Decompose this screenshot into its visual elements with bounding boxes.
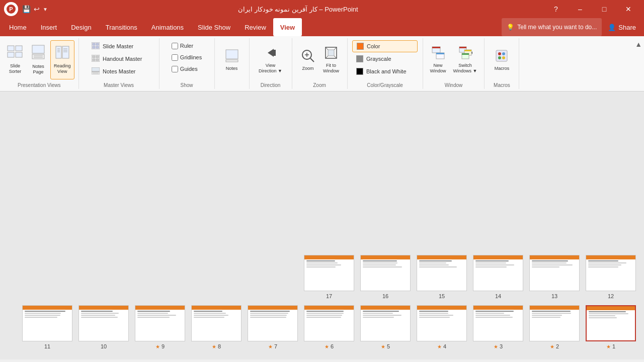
reading-view-button[interactable]: ReadingView bbox=[50, 40, 74, 79]
slide-thumb-13[interactable]: 13 bbox=[529, 255, 580, 299]
slide-label-5: ★5 bbox=[381, 343, 390, 349]
fit-to-window-button[interactable]: Fit toWindow bbox=[320, 40, 342, 79]
menu-slideshow[interactable]: Slide Show bbox=[191, 18, 237, 36]
notes-group: Notes bbox=[215, 38, 250, 89]
master-views-group: Slide Master Handout Master bbox=[79, 38, 159, 89]
undo-icon[interactable]: ↩ bbox=[34, 5, 40, 13]
handout-master-button[interactable]: Handout Master bbox=[89, 53, 149, 65]
dropdown-icon[interactable]: ▼ bbox=[43, 7, 48, 12]
slide-thumb-8[interactable]: ★8 bbox=[191, 305, 242, 349]
slide-thumb-5[interactable]: ★5 bbox=[360, 305, 411, 349]
ribbon: SlideSorter NotesPage bbox=[0, 36, 644, 92]
svg-rect-27 bbox=[96, 59, 99, 61]
color-swatch bbox=[357, 43, 364, 50]
svg-rect-22 bbox=[96, 46, 99, 48]
fit-to-window-label: Fit toWindow bbox=[323, 63, 339, 74]
svg-rect-19 bbox=[93, 43, 95, 45]
slide-label-17: 17 bbox=[326, 293, 332, 299]
share-button[interactable]: 👤 Share bbox=[602, 18, 642, 36]
slide-thumb-16[interactable]: 16 bbox=[360, 255, 411, 299]
slide-thumb-1[interactable]: ★1 bbox=[586, 305, 636, 349]
share-icon: 👤 bbox=[608, 24, 616, 31]
menu-bar: Home Insert Design Transitions Animation… bbox=[0, 18, 644, 36]
view-direction-button[interactable]: ViewDirection ▼ bbox=[254, 40, 288, 79]
quick-access-toolbar: 💾 ↩ ▼ bbox=[22, 5, 48, 13]
slide-thumb-6[interactable]: ★6 bbox=[304, 305, 354, 349]
zoom-row: Zoom Fit toWindow bbox=[297, 40, 342, 87]
svg-rect-35 bbox=[274, 50, 276, 56]
window-title: کار آفرین نمونه خودکار ایران – PowerPoin… bbox=[52, 6, 544, 13]
slide-image-9 bbox=[135, 305, 185, 341]
macros-icon bbox=[495, 49, 509, 64]
app-logo: P bbox=[4, 2, 18, 16]
svg-rect-41 bbox=[328, 50, 334, 56]
macros-group: Macros Macros bbox=[485, 38, 519, 89]
guides-checkbox[interactable] bbox=[172, 66, 178, 72]
svg-rect-51 bbox=[459, 47, 466, 48]
close-button[interactable]: ✕ bbox=[617, 0, 640, 18]
svg-point-61 bbox=[502, 56, 505, 59]
maximize-button[interactable]: □ bbox=[593, 0, 616, 18]
svg-rect-10 bbox=[56, 46, 61, 58]
menu-review[interactable]: Review bbox=[237, 18, 273, 36]
color-button[interactable]: Color bbox=[352, 40, 418, 52]
slide-master-icon bbox=[92, 42, 100, 51]
svg-rect-7 bbox=[32, 54, 44, 59]
show-checkboxes: Ruler Gridlines Guides bbox=[169, 40, 205, 87]
slide-sorter-button[interactable]: SlideSorter bbox=[4, 40, 26, 79]
menu-view[interactable]: View bbox=[273, 18, 302, 36]
slide-thumb-2[interactable]: ★2 bbox=[529, 305, 580, 349]
menu-home[interactable]: Home bbox=[2, 18, 34, 36]
slide-master-button[interactable]: Slide Master bbox=[89, 40, 149, 52]
zoom-button[interactable]: Zoom bbox=[297, 40, 319, 79]
svg-rect-26 bbox=[93, 59, 95, 61]
window-group-label: Window bbox=[423, 82, 485, 88]
slide-thumb-3[interactable]: ★3 bbox=[473, 305, 523, 349]
slide-thumb-15[interactable]: 15 bbox=[417, 255, 467, 299]
slide-thumb-9[interactable]: ★9 bbox=[135, 305, 185, 349]
notes-button[interactable]: Notes bbox=[219, 40, 245, 79]
menu-insert[interactable]: Insert bbox=[34, 18, 64, 36]
reading-view-label: ReadingView bbox=[54, 63, 71, 74]
window-controls: ? – □ ✕ bbox=[544, 0, 640, 18]
macros-button[interactable]: Macros bbox=[489, 40, 515, 79]
switch-windows-button[interactable]: SwitchWindows ▼ bbox=[450, 40, 480, 79]
grayscale-button[interactable]: Grayscale bbox=[352, 53, 418, 65]
handout-master-icon bbox=[92, 55, 100, 63]
slide-label-10: 10 bbox=[101, 343, 107, 349]
notes-page-label: NotesPage bbox=[32, 64, 44, 75]
menu-animations[interactable]: Animations bbox=[144, 18, 191, 36]
slide-image-3 bbox=[473, 305, 523, 341]
slide-thumb-4[interactable]: ★4 bbox=[417, 305, 467, 349]
reading-view-icon bbox=[55, 45, 70, 61]
lightbulb-icon: 💡 bbox=[507, 24, 514, 31]
slide-thumb-11[interactable]: 11 bbox=[22, 305, 72, 349]
svg-line-37 bbox=[310, 58, 314, 62]
slide-thumb-7[interactable]: ★7 bbox=[248, 305, 298, 349]
slide-thumb-17[interactable]: 17 bbox=[304, 255, 354, 299]
search-bar[interactable]: 💡 Tell me what you want to do... bbox=[502, 18, 602, 36]
direction-group: ViewDirection ▼ Direction bbox=[250, 38, 292, 89]
slide-thumb-14[interactable]: 14 bbox=[473, 255, 523, 299]
save-icon[interactable]: 💾 bbox=[22, 5, 31, 13]
color-grayscale-label: Color/Grayscale bbox=[348, 82, 423, 88]
macros-group-label: Macros bbox=[485, 82, 519, 88]
new-window-button[interactable]: NewWindow bbox=[427, 40, 449, 79]
slide-thumb-10[interactable]: 10 bbox=[78, 305, 129, 349]
window-group: NewWindow SwitchWindows ▼ Windo bbox=[423, 38, 485, 89]
notes-master-button[interactable]: Notes Master bbox=[89, 65, 149, 77]
svg-rect-3 bbox=[8, 52, 14, 57]
svg-rect-4 bbox=[16, 46, 22, 51]
ruler-checkbox[interactable] bbox=[172, 43, 178, 49]
menu-transitions[interactable]: Transitions bbox=[99, 18, 144, 36]
minimize-button[interactable]: – bbox=[569, 0, 592, 18]
slide-thumb-12[interactable]: 12 bbox=[586, 255, 636, 299]
svg-rect-47 bbox=[432, 47, 440, 48]
ribbon-collapse[interactable]: ▲ bbox=[633, 38, 644, 89]
notes-page-button[interactable]: NotesPage bbox=[27, 40, 49, 79]
gridlines-checkbox[interactable] bbox=[172, 54, 178, 61]
menu-design[interactable]: Design bbox=[64, 18, 98, 36]
black-white-button[interactable]: Black and White bbox=[352, 65, 418, 77]
help-icon[interactable]: ? bbox=[544, 0, 568, 18]
slide-image-6 bbox=[304, 305, 354, 341]
